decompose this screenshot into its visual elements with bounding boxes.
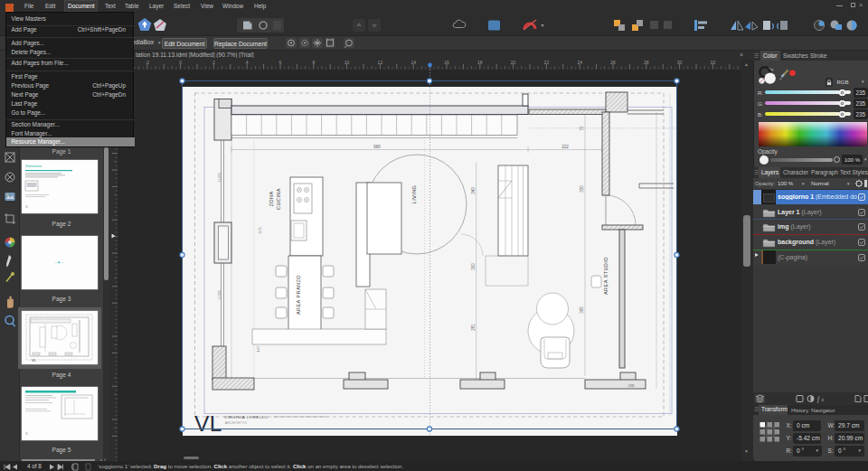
svg-text:VL: VL: [25, 432, 29, 436]
svg-text:20: 20: [511, 60, 516, 65]
svg-text:2: 2: [212, 60, 215, 65]
svg-text:10: 10: [344, 60, 350, 65]
svg-text:18: 18: [477, 60, 483, 65]
svg-text:26: 26: [610, 60, 616, 65]
svg-text:VL: VL: [32, 358, 37, 363]
svg-text:4: 4: [246, 60, 249, 65]
svg-text:6: 6: [279, 60, 282, 65]
svg-text:32: 32: [711, 60, 716, 65]
svg-text:-2: -2: [146, 60, 150, 65]
svg-text:VL: VL: [25, 205, 29, 209]
svg-text:Sommario: Sommario: [25, 164, 42, 168]
svg-text:f: f: [817, 395, 820, 403]
svg-text:x: x: [822, 397, 825, 402]
svg-text:16: 16: [444, 60, 449, 65]
svg-text:24: 24: [577, 60, 582, 65]
svg-text:28: 28: [644, 60, 649, 65]
svg-text:0: 0: [179, 60, 182, 65]
svg-text:30: 30: [677, 60, 683, 65]
svg-text:22: 22: [544, 60, 550, 65]
svg-text:12: 12: [378, 60, 383, 65]
svg-text:8: 8: [312, 60, 315, 65]
svg-text:14: 14: [410, 60, 416, 65]
svg-text:— ◆ —: — ◆ —: [54, 260, 64, 264]
